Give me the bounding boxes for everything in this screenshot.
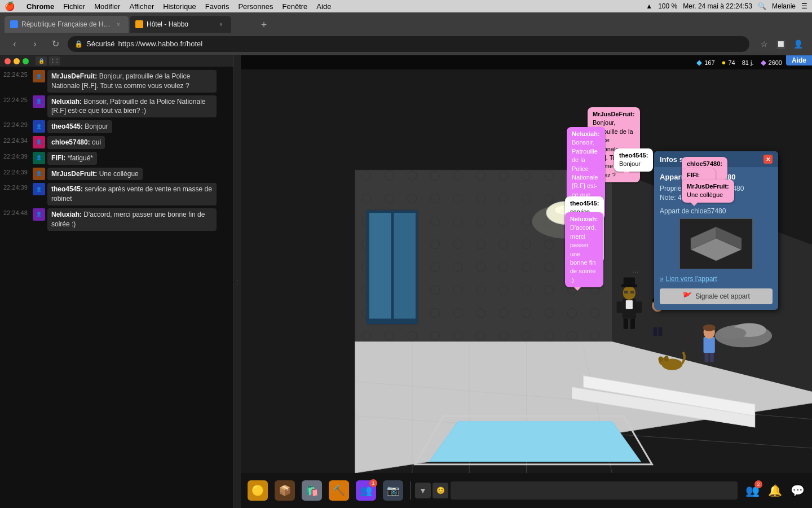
chat-resize-icon[interactable]: ⛶ bbox=[49, 56, 60, 65]
game-build-icon[interactable]: ⛏️ bbox=[326, 478, 351, 503]
bubble-2: Neluxiah: Bonsoir, Patrouille de la Poli… bbox=[47, 95, 217, 118]
avatar-theo: 👤 bbox=[33, 120, 45, 133]
chat-header: 🔒 ⛶ bbox=[0, 55, 233, 67]
msg-time-2: 22:24:25 bbox=[3, 95, 30, 103]
msg-time-8: 22:24:48 bbox=[3, 208, 30, 216]
chat-message-1: 22:24:25 👤 MrJusDeFruit: Bonjour, patrou… bbox=[2, 69, 231, 94]
chat-lock-icon[interactable]: 🔒 bbox=[36, 56, 47, 65]
msg-time-3: 22:24:29 bbox=[3, 120, 30, 128]
menu-favoris[interactable]: Favoris bbox=[205, 2, 230, 11]
svg-point-54 bbox=[664, 356, 669, 361]
avatar-fifi: 👤 bbox=[33, 152, 45, 164]
msg-time-4: 22:24:34 bbox=[3, 136, 30, 144]
days-value: 81 j. bbox=[742, 59, 754, 66]
extension-icon[interactable]: 🔲 bbox=[774, 37, 788, 51]
apple-menu[interactable]: 🍎 bbox=[5, 1, 15, 11]
menu-afficher[interactable]: Afficher bbox=[129, 2, 154, 11]
profile-icon[interactable]: 👤 bbox=[791, 37, 805, 51]
menu-fenetre[interactable]: Fenêtre bbox=[283, 2, 308, 11]
bookmark-icon[interactable]: ☆ bbox=[758, 37, 770, 51]
avatar-theo2: 👤 bbox=[33, 183, 45, 195]
address-input[interactable]: 🔒 Sécurisé https://www.habbo.fr/hotel bbox=[68, 36, 749, 52]
game-area[interactable]: ◆ 167 ● 74 81 j. ◆ 2600 Aide ⚙ bbox=[241, 55, 812, 508]
svg-rect-15 bbox=[369, 213, 391, 318]
svg-rect-38 bbox=[624, 291, 628, 294]
taskbar-right-icons: 👥 2 🔔 💬 bbox=[742, 480, 807, 501]
menu-historique[interactable]: Historique bbox=[163, 2, 196, 11]
aide-button[interactable]: Aide bbox=[786, 55, 812, 65]
menubar-battery: 100 % bbox=[658, 2, 677, 10]
svg-rect-37 bbox=[636, 301, 642, 313]
svg-point-53 bbox=[659, 356, 663, 362]
address-url: https://www.habbo.fr/hotel bbox=[118, 40, 203, 48]
game-comm-icon[interactable]: 👥 1 bbox=[354, 478, 378, 503]
chat-filter-btn[interactable]: ▼ bbox=[415, 483, 431, 498]
forward-button[interactable]: › bbox=[27, 36, 43, 52]
svg-rect-45 bbox=[659, 327, 663, 336]
tab-title-1: République Française de Habl... bbox=[21, 20, 111, 28]
app-name[interactable]: Chrome bbox=[27, 2, 54, 11]
tab-habbo-fr[interactable]: République Française de Habl... × bbox=[5, 16, 129, 33]
notifications-btn[interactable]: 🔔 bbox=[765, 480, 785, 501]
new-tab-button[interactable]: + bbox=[256, 17, 272, 33]
info-link[interactable]: » Lien vers l'appart bbox=[660, 275, 773, 283]
game-chat-input[interactable] bbox=[451, 481, 738, 500]
taskbar-sep-1 bbox=[410, 481, 411, 500]
emoji-btn[interactable]: 😊 bbox=[433, 483, 448, 498]
svg-rect-33 bbox=[624, 278, 635, 286]
menubar-search[interactable]: 🔍 bbox=[758, 2, 766, 10]
game-shop-icon[interactable]: 🛍️ bbox=[299, 478, 324, 503]
avatar-mrjus2: 👤 bbox=[33, 168, 45, 180]
chat-message-6: 22:24:39 👤 MrJusDeFruit: Une collègue bbox=[2, 167, 231, 182]
friends-btn[interactable]: 👥 2 bbox=[742, 480, 762, 501]
menubar-menu-extra[interactable]: ☰ bbox=[801, 2, 807, 10]
svg-point-23 bbox=[718, 327, 747, 339]
panel-divider[interactable]: ⋮ bbox=[234, 55, 241, 508]
gold-icon: ● bbox=[722, 58, 726, 67]
menubar-user: Melanie bbox=[772, 2, 796, 10]
game-habbo-icon[interactable]: 🟡 bbox=[245, 478, 270, 503]
chat-input-field[interactable] bbox=[455, 487, 733, 495]
svg-rect-49 bbox=[705, 353, 709, 362]
minimize-window-btn[interactable] bbox=[14, 58, 20, 64]
menu-aide[interactable]: Aide bbox=[316, 2, 331, 11]
tab-close-1[interactable]: × bbox=[114, 20, 123, 29]
report-button[interactable]: 🚩 Signale cet appart bbox=[660, 288, 773, 304]
svg-rect-39 bbox=[630, 291, 634, 294]
maximize-window-btn[interactable] bbox=[23, 58, 29, 64]
traffic-lights bbox=[5, 58, 29, 64]
chat-message-5: 22:24:39 👤 FIFI: *fatigué* bbox=[2, 151, 231, 166]
comm-badge: 1 bbox=[369, 479, 377, 487]
tab-favicon-1 bbox=[10, 20, 18, 28]
menu-modifier[interactable]: Modifier bbox=[94, 2, 120, 11]
game-catalog-icon[interactable]: 📦 bbox=[272, 478, 297, 503]
messages-btn[interactable]: 💬 bbox=[787, 480, 807, 501]
menubar-wifi: ▲ bbox=[646, 2, 652, 10]
chrome-window: République Française de Habl... × Hôtel … bbox=[0, 12, 812, 508]
menu-fichier[interactable]: Fichier bbox=[63, 2, 85, 11]
flag-icon: 🚩 bbox=[682, 292, 692, 301]
back-button[interactable]: ‹ bbox=[7, 36, 23, 52]
svg-rect-50 bbox=[710, 353, 714, 362]
bubble-3: theo4545: Bonjour bbox=[47, 120, 112, 133]
svg-rect-34 bbox=[624, 319, 628, 329]
diamonds-value: 167 bbox=[704, 59, 714, 66]
bubble-6: MrJusDeFruit: Une collègue bbox=[47, 168, 143, 181]
tab-close-2[interactable]: × bbox=[217, 20, 226, 29]
tab-hotel[interactable]: Hôtel - Habbo × bbox=[130, 16, 231, 33]
main-content: 🔒 ⛶ 22:24:25 👤 MrJusDeFruit: Bonjour, pa… bbox=[0, 55, 812, 508]
avatar-neluxiah: 👤 bbox=[33, 95, 45, 108]
tab-blank bbox=[232, 16, 253, 33]
game-taskbar: 🟡 📦 🛍️ ⛏️ 👥 1 📷 bbox=[241, 473, 812, 508]
chat-panel: 🔒 ⛶ 22:24:25 👤 MrJusDeFruit: Bonjour, pa… bbox=[0, 55, 234, 508]
reload-button[interactable]: ↻ bbox=[47, 36, 63, 52]
avatar-mrjus: 👤 bbox=[33, 70, 45, 82]
close-window-btn[interactable] bbox=[5, 58, 11, 64]
diamonds-icon: ◆ bbox=[696, 58, 702, 67]
svg-rect-16 bbox=[394, 213, 415, 318]
game-camera-icon[interactable]: 📷 bbox=[381, 478, 405, 503]
svg-point-48 bbox=[703, 325, 716, 331]
info-panel-close-btn[interactable]: ✕ bbox=[764, 155, 773, 164]
msg-time-6: 22:24:39 bbox=[3, 168, 30, 176]
menu-personnes[interactable]: Personnes bbox=[238, 2, 273, 11]
